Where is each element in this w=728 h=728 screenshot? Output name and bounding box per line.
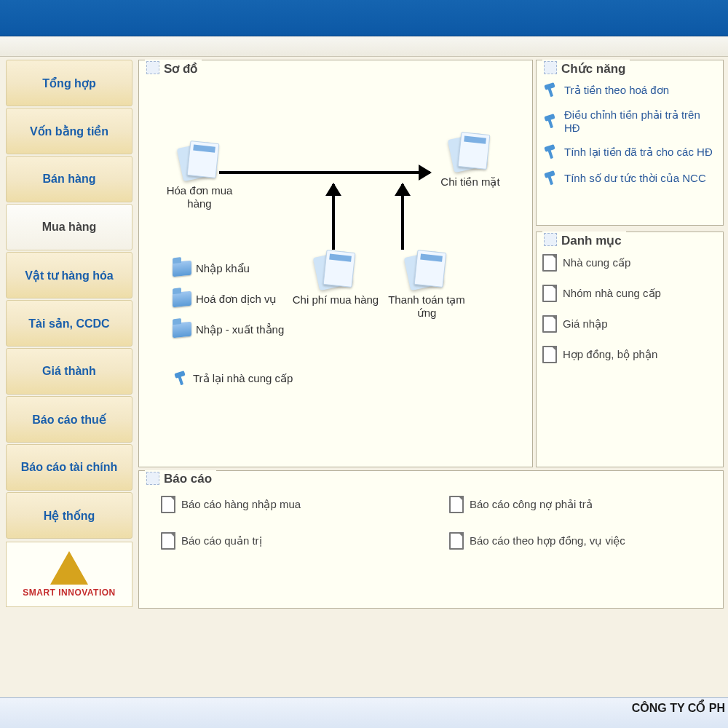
sidebar-item-he-thong[interactable]: Hệ thống [6, 492, 132, 539]
function-item[interactable]: Trả tiền theo hoá đơn [542, 82, 717, 98]
logo: SMART INNOVATION [6, 542, 132, 607]
catalog-body: Nhà cung cấp Nhóm nhà cung cấp Giá nhập … [537, 232, 723, 366]
sidebar-item-label: Giá thành [42, 365, 96, 378]
folder-icon [173, 291, 191, 308]
node-label: Hóa đơn mua hàng [159, 184, 240, 210]
diagram-panel: Sơ đồ Hóa đơn mua hàng Chi tiền mặt [138, 60, 533, 467]
hammer-icon [173, 371, 189, 387]
sidebar-item-label: Tổng hợp [42, 76, 95, 90]
hammer-icon [542, 144, 558, 160]
sidebar-item-ban-hang[interactable]: Bán hàng [6, 156, 132, 202]
panel-title-text: Sơ đồ [164, 61, 197, 76]
report-item[interactable]: Báo cáo công nợ phải trả [449, 496, 708, 513]
arrow-up-icon [332, 184, 335, 250]
sidebar-item-label: Vật tư hàng hóa [25, 269, 113, 282]
sidebar-item-bao-cao-tc[interactable]: Báo cáo tài chính [6, 444, 132, 491]
node-invoice[interactable]: Hóa đơn mua hàng [159, 142, 240, 210]
hammer-icon [542, 170, 558, 186]
report-item[interactable]: Báo cáo quản trị [161, 532, 420, 550]
link-import[interactable]: Nhập khẩu [173, 261, 250, 276]
catalog-label: Hợp đồng, bộ phận [563, 348, 657, 361]
content: Sơ đồ Hóa đơn mua hàng Chi tiền mặt [137, 57, 728, 697]
function-item[interactable]: Tính số dư tức thời của NCC [542, 170, 717, 186]
report-item[interactable]: Báo cáo theo hợp đồng, vụ việc [449, 532, 708, 550]
document-icon [449, 532, 464, 550]
sidebar-item-tong-hop[interactable]: Tổng hợp [6, 60, 132, 106]
document-icon [161, 496, 175, 513]
logo-icon [50, 551, 88, 585]
sidebar-item-gia-thanh[interactable]: Giá thành [6, 348, 132, 395]
diagram-title: Sơ đồ [145, 60, 202, 77]
catalog-item[interactable]: Giá nhập [542, 315, 717, 333]
document-folder-icon [446, 133, 494, 174]
sidebar-item-label: Báo cáo thuế [32, 413, 106, 427]
report-label: Báo cáo quản trị [181, 534, 262, 547]
hammer-icon [542, 114, 558, 130]
catalog-item[interactable]: Nhà cung cấp [542, 254, 717, 272]
app-body: Tổng hợp Vốn bằng tiền Bán hàng Mua hàng… [0, 57, 728, 697]
document-icon [542, 315, 557, 333]
sidebar-item-label: Tài sản, CCDC [28, 317, 109, 331]
node-cost[interactable]: Chi phí mua hàng [292, 251, 379, 306]
catalog-label: Nhà cung cấp [563, 256, 630, 269]
link-label: Nhập - xuất thẳng [196, 323, 284, 336]
catalog-label: Nhóm nhà cung cấp [563, 287, 661, 300]
catalog-item[interactable]: Nhóm nhà cung cấp [542, 285, 717, 302]
link-return-supplier[interactable]: Trả lại nhà cung cấp [173, 371, 293, 387]
document-folder-icon [175, 142, 223, 183]
content-row-top: Sơ đồ Hóa đơn mua hàng Chi tiền mặt [138, 60, 724, 467]
link-label: Nhập khẩu [196, 262, 250, 275]
document-icon [542, 254, 557, 272]
functions-panel: Chức năng Trả tiền theo hoá đơn Điều chỉ… [536, 60, 724, 226]
document-icon [161, 532, 175, 550]
sidebar-item-von-bang-tien[interactable]: Vốn bằng tiền [6, 108, 132, 154]
sidebar-item-tai-san[interactable]: Tài sản, CCDC [6, 300, 132, 347]
function-label: Tính số dư tức thời của NCC [564, 172, 706, 185]
reports-body: Báo cáo hàng nhập mua Báo cáo quản trị B… [139, 471, 723, 555]
arrow-right-icon [219, 171, 430, 174]
side-panels: Chức năng Trả tiền theo hoá đơn Điều chỉ… [536, 60, 724, 467]
sidebar-item-mua-hang[interactable]: Mua hàng [6, 204, 132, 250]
diagram-canvas: Hóa đơn mua hàng Chi tiền mặt Chi phí mu… [139, 76, 532, 467]
node-advance[interactable]: Thanh toán tạm ứng [379, 251, 474, 320]
company-name: CÔNG TY CỔ PH [632, 701, 725, 715]
report-item[interactable]: Báo cáo hàng nhập mua [161, 496, 420, 513]
reports-col-right: Báo cáo công nợ phải trả Báo cáo theo hợ… [449, 496, 708, 550]
panel-title-text: Báo cáo [164, 472, 212, 486]
catalog-item[interactable]: Hợp đồng, bộ phận [542, 346, 717, 363]
sidebar-item-bao-cao-thue[interactable]: Báo cáo thuế [6, 396, 132, 443]
sidebar: Tổng hợp Vốn bằng tiền Bán hàng Mua hàng… [0, 57, 137, 697]
link-service-invoice[interactable]: Hoá đơn dịch vụ [173, 292, 277, 306]
logo-text: SMART INNOVATION [23, 587, 116, 598]
functions-title: Chức năng [542, 60, 630, 77]
function-item[interactable]: Điều chỉnh tiền phải trả trên HĐ [542, 108, 717, 134]
node-label: Chi phí mua hàng [292, 293, 379, 306]
reports-panel: Báo cáo Báo cáo hàng nhập mua Báo cáo qu… [138, 470, 724, 609]
sidebar-item-label: Mua hàng [42, 221, 97, 234]
catalog-title: Danh mục [542, 232, 626, 249]
folder-icon [173, 322, 191, 339]
sidebar-item-vat-tu[interactable]: Vật tư hàng hóa [6, 252, 132, 298]
catalog-label: Giá nhập [563, 317, 608, 331]
sidebar-item-label: Vốn bằng tiền [30, 124, 108, 138]
functions-body: Trả tiền theo hoá đơn Điều chỉnh tiền ph… [537, 60, 723, 189]
title-bar [0, 0, 728, 36]
function-item[interactable]: Tính lại tiền đã trả cho các HĐ [542, 144, 717, 160]
function-label: Trả tiền theo hoá đơn [564, 84, 669, 97]
panel-icon [146, 61, 159, 74]
panel-icon [544, 61, 557, 74]
report-label: Báo cáo công nợ phải trả [470, 498, 593, 511]
link-direct-io[interactable]: Nhập - xuất thẳng [173, 323, 284, 337]
panel-icon [146, 472, 159, 485]
document-folder-icon [403, 251, 451, 292]
document-icon [449, 496, 464, 513]
folder-icon [173, 261, 191, 277]
report-label: Báo cáo theo hợp đồng, vụ việc [470, 534, 625, 547]
document-folder-icon [312, 251, 360, 292]
node-cash[interactable]: Chi tiền mặt [430, 133, 510, 189]
panel-icon [544, 233, 557, 246]
menu-bar [0, 36, 728, 57]
panel-title-text: Chức năng [561, 61, 625, 76]
hammer-icon [542, 82, 558, 98]
reports-col-left: Báo cáo hàng nhập mua Báo cáo quản trị [161, 496, 420, 550]
